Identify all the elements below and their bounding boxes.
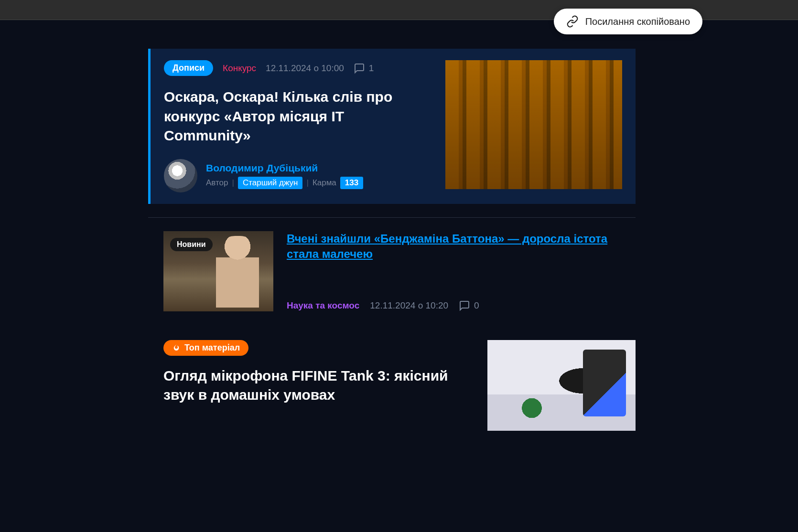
badge-top-material[interactable]: Топ матеріал — [163, 340, 248, 356]
author-meta: Автор | Старший джун | Карма 133 — [206, 177, 363, 189]
featured-comments[interactable]: 1 — [354, 63, 374, 74]
thumbnail-figure — [216, 236, 259, 308]
karma-label: Карма — [313, 178, 336, 188]
category-link[interactable]: Конкурс — [223, 63, 256, 74]
featured-image[interactable] — [445, 60, 622, 189]
article-row[interactable]: Новини Вчені знайшли «Бенджаміна Баттона… — [148, 231, 636, 311]
badge-top-label: Топ матеріал — [184, 343, 240, 353]
toast-link-copied: Посилання скопійовано — [554, 9, 702, 34]
divider — [148, 217, 636, 218]
comment-icon — [354, 63, 365, 74]
feed: Дописи Конкурс 12.11.2024 о 10:00 1 Оска… — [148, 49, 636, 431]
author-rank-badge: Старший джун — [238, 177, 303, 189]
author-row: Володимир Дубіцький Автор | Старший джун… — [164, 159, 434, 192]
comment-count: 0 — [474, 300, 479, 311]
comment-count: 1 — [369, 63, 374, 74]
featured-image-wrap — [445, 60, 622, 189]
article3-title[interactable]: Огляд мікрофона FIFINE Tank 3: якісний з… — [163, 366, 474, 405]
featured-date: 12.11.2024 о 10:00 — [266, 63, 344, 74]
featured-article[interactable]: Дописи Конкурс 12.11.2024 о 10:00 1 Оска… — [148, 49, 636, 204]
article-date: 12.11.2024 о 10:20 — [370, 300, 448, 311]
category-science[interactable]: Наука та космос — [287, 300, 359, 311]
article-comments[interactable]: 0 — [459, 300, 479, 311]
article-body: Вчені знайшли «Бенджаміна Баттона» — дор… — [287, 231, 636, 311]
page-content: Дописи Конкурс 12.11.2024 о 10:00 1 Оска… — [0, 20, 798, 431]
separator: | — [306, 178, 308, 188]
toast-text: Посилання скопійовано — [585, 16, 690, 27]
comment-icon — [459, 300, 470, 311]
article-thumbnail[interactable]: Новини — [163, 231, 273, 311]
karma-value: 133 — [340, 177, 363, 189]
article-meta: Наука та космос 12.11.2024 о 10:20 0 — [287, 300, 636, 311]
article-title-link[interactable]: Вчені знайшли «Бенджаміна Баттона» — дор… — [287, 231, 636, 262]
link-icon — [566, 15, 579, 28]
author-name[interactable]: Володимир Дубіцький — [206, 162, 363, 174]
article3-image-wrap — [487, 340, 636, 431]
article3-image[interactable] — [487, 340, 636, 431]
article3-left: Топ матеріал Огляд мікрофона FIFINE Tank… — [163, 340, 474, 431]
separator: | — [232, 178, 234, 188]
featured-left: Дописи Конкурс 12.11.2024 о 10:00 1 Оска… — [164, 60, 434, 192]
author-info: Володимир Дубіцький Автор | Старший джун… — [206, 162, 363, 189]
featured-title[interactable]: Оскара, Оскара! Кілька слів про конкурс … — [164, 87, 434, 146]
badge-news[interactable]: Новини — [170, 238, 213, 251]
featured-meta: Дописи Конкурс 12.11.2024 о 10:00 1 — [164, 60, 434, 76]
article-card[interactable]: Топ матеріал Огляд мікрофона FIFINE Tank… — [148, 340, 636, 431]
fire-icon — [172, 343, 181, 352]
badge-posts[interactable]: Дописи — [164, 60, 213, 76]
author-avatar[interactable] — [164, 159, 197, 192]
author-role: Автор — [206, 178, 228, 188]
